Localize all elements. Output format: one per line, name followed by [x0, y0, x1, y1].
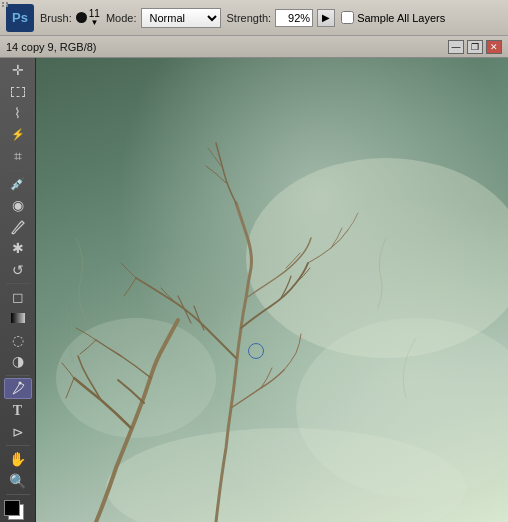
minimize-button[interactable]: — — [448, 40, 464, 54]
brush-section: Brush: 11 ▼ — [40, 9, 100, 27]
canvas-image-overlay — [36, 58, 508, 522]
toolbar-separator-1 — [6, 170, 30, 171]
document-titlebar: 14 copy 9, RGB/8) — ❐ ✕ — [0, 36, 508, 58]
photoshop-logo: Ps — [6, 4, 34, 32]
foreground-color-swatch[interactable] — [4, 500, 20, 516]
sample-layers-text: Sample All Layers — [357, 12, 445, 24]
tool-dodge[interactable]: ◑ — [4, 351, 32, 372]
brush-size-value: 11 — [89, 9, 100, 19]
restore-button[interactable]: ❐ — [467, 40, 483, 54]
svg-point-0 — [18, 381, 21, 384]
tool-zoom[interactable]: 🔍 — [4, 471, 32, 492]
tool-clone-stamp[interactable]: ✱ — [4, 238, 32, 259]
strength-label: Strength: — [227, 12, 272, 24]
brush-dropdown-arrow: ▼ — [90, 19, 98, 27]
tool-gradient[interactable] — [4, 308, 32, 329]
main-area: ✛ ⌇ ⚡ ⌗ 💉 ◉ ✱ — [0, 58, 508, 522]
close-button[interactable]: ✕ — [486, 40, 502, 54]
window-controls: — ❐ ✕ — [448, 40, 502, 54]
toolbar-separator-4 — [6, 445, 30, 446]
brush-size-display: 11 ▼ — [89, 9, 100, 27]
tool-path-select[interactable]: ⊳ — [4, 422, 32, 443]
canvas-area[interactable] — [36, 58, 508, 522]
tool-crop[interactable]: ⌗ — [4, 146, 32, 167]
sample-layers-checkbox[interactable] — [341, 11, 354, 24]
sample-layers-label[interactable]: Sample All Layers — [341, 11, 445, 24]
tool-history-brush[interactable]: ↺ — [4, 259, 32, 280]
toolbar-move-handle[interactable] — [2, 2, 10, 7]
brush-label: Brush: — [40, 12, 72, 24]
toolbar-separator-2 — [6, 283, 30, 284]
tool-move[interactable]: ✛ — [4, 60, 32, 81]
toolbar-separator-5 — [6, 494, 30, 495]
airbrush-button[interactable]: ▶ — [317, 9, 335, 27]
main-toolbar: Ps Brush: 11 ▼ Mode: Normal Dissolve Mul… — [0, 0, 508, 36]
tool-heal[interactable]: ◉ — [4, 195, 32, 216]
mode-section: Mode: Normal Dissolve Multiply — [106, 8, 221, 28]
strength-section: Strength: ▶ — [227, 9, 336, 27]
sample-layers-section: Sample All Layers — [341, 11, 445, 24]
tool-marquee[interactable] — [4, 82, 32, 103]
brush-preview — [76, 12, 87, 23]
tool-text[interactable]: T — [4, 400, 32, 421]
left-toolbar: ✛ ⌇ ⚡ ⌗ 💉 ◉ ✱ — [0, 58, 36, 522]
tool-lasso[interactable]: ⌇ — [4, 103, 32, 124]
tool-pen[interactable] — [4, 378, 32, 399]
tool-brush[interactable] — [4, 216, 32, 237]
tool-eraser[interactable]: ◻ — [4, 287, 32, 308]
brush-picker[interactable]: 11 ▼ — [76, 9, 100, 27]
color-swatches[interactable] — [4, 500, 32, 522]
document-title: 14 copy 9, RGB/8) — [6, 41, 97, 53]
tool-hand[interactable]: ✋ — [4, 449, 32, 470]
toolbar-separator-3 — [6, 375, 30, 376]
tool-quick-select[interactable]: ⚡ — [4, 125, 32, 146]
mode-select[interactable]: Normal Dissolve Multiply — [141, 8, 221, 28]
tool-eyedropper[interactable]: 💉 — [4, 173, 32, 194]
tool-blur[interactable]: ◌ — [4, 330, 32, 351]
strength-input[interactable] — [275, 9, 313, 27]
mode-label: Mode: — [106, 12, 137, 24]
